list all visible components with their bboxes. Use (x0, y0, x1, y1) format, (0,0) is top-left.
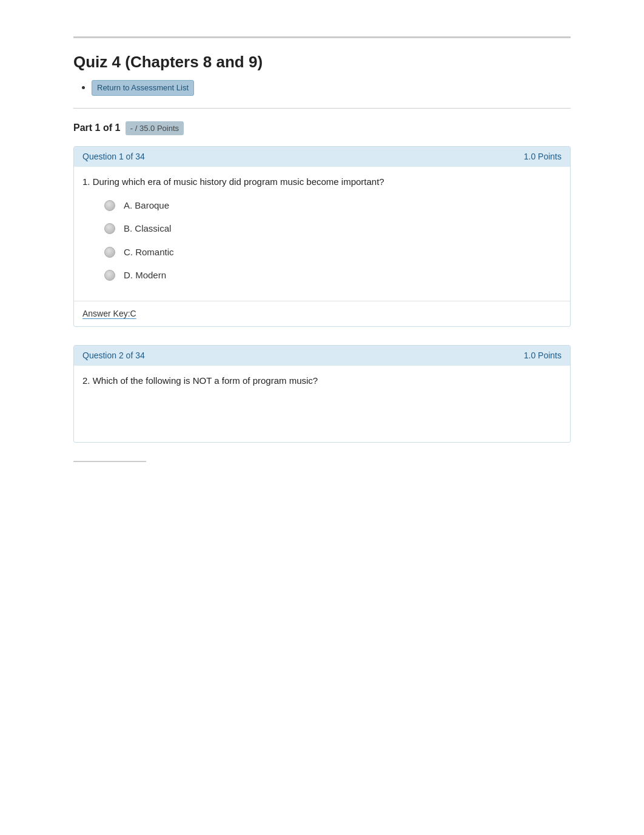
list-item[interactable]: B. Classical (104, 222, 562, 236)
radio-option-c[interactable] (104, 247, 115, 258)
question-2-header: Question 2 of 34 1.0 Points (74, 346, 570, 366)
nav-list: Return to Assessment List (73, 80, 571, 96)
question-1-options: A. Baroque B. Classical C. Romantic D. M… (74, 195, 570, 301)
answer-key-text: Answer Key:C (82, 309, 136, 318)
question-2-block: Question 2 of 34 1.0 Points 2. Which of … (73, 345, 571, 443)
question-1-header: Question 1 of 34 1.0 Points (74, 147, 570, 167)
part-header: Part 1 of 1 - / 35.0 Points (73, 121, 571, 136)
quiz-title: Quiz 4 (Chapters 8 and 9) (73, 36, 571, 74)
option-a-label: A. Baroque (124, 199, 169, 213)
question-1-block: Question 1 of 34 1.0 Points 1. During wh… (73, 146, 571, 327)
return-to-assessment-link[interactable]: Return to Assessment List (92, 80, 194, 96)
bottom-divider (73, 461, 146, 462)
option-d-label: D. Modern (124, 269, 166, 283)
part-label: Part 1 of 1 (73, 122, 120, 133)
question-2-options-area (74, 394, 570, 442)
radio-option-d[interactable] (104, 270, 115, 281)
option-c-label: C. Romantic (124, 246, 174, 260)
part-points-badge: - / 35.0 Points (126, 121, 184, 136)
question-1-text: 1. During which era of music history did… (74, 167, 570, 195)
question-1-number: Question 1 of 34 (82, 150, 145, 163)
question-2-text: 2. Which of the following is NOT a form … (74, 366, 570, 394)
question-2-points: 1.0 Points (524, 349, 562, 362)
list-item[interactable]: D. Modern (104, 269, 562, 283)
option-b-label: B. Classical (124, 222, 171, 236)
radio-option-b[interactable] (104, 223, 115, 234)
section-divider (73, 108, 571, 109)
radio-option-a[interactable] (104, 200, 115, 211)
page-container: Quiz 4 (Chapters 8 and 9) Return to Asse… (61, 0, 583, 486)
question-2-number: Question 2 of 34 (82, 349, 145, 362)
question-1-answer-key: Answer Key:C (74, 301, 570, 326)
list-item[interactable]: A. Baroque (104, 199, 562, 213)
question-1-points: 1.0 Points (524, 150, 562, 163)
list-item[interactable]: C. Romantic (104, 246, 562, 260)
